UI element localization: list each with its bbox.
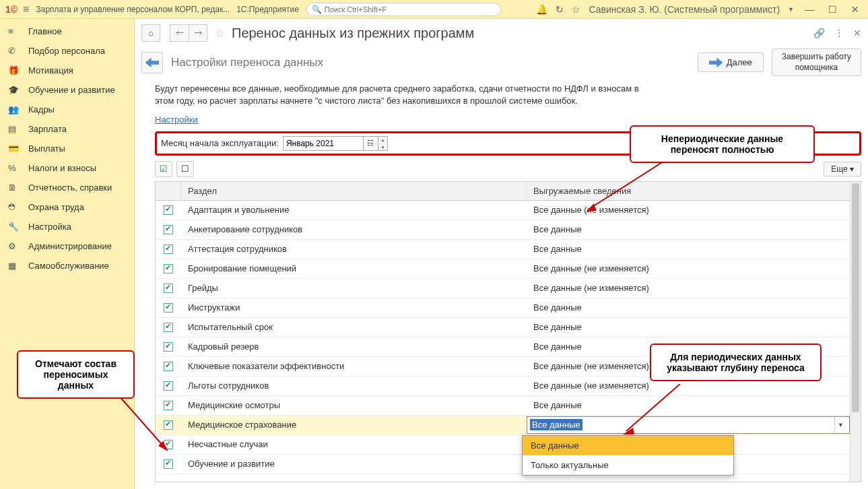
sidebar-item-5[interactable]: ▤Зарплата — [0, 119, 134, 139]
checkbox-icon[interactable] — [164, 401, 173, 410]
user-name[interactable]: Савинская З. Ю. (Системный программист) — [589, 4, 780, 15]
cell-check[interactable] — [156, 459, 181, 469]
cell-section[interactable]: Анкетирование сотрудников — [181, 224, 527, 234]
sidebar-item-1[interactable]: ✆Подбор персонала — [0, 41, 134, 61]
kebab-icon[interactable]: ⋮ — [834, 28, 844, 38]
cell-section[interactable]: Медицинские осмотры — [181, 400, 527, 410]
more-button[interactable]: Еще ▾ — [824, 162, 861, 176]
dropdown-toggle[interactable]: ▼ — [834, 417, 846, 433]
cell-check[interactable] — [156, 420, 181, 430]
nav-back-button[interactable]: 🡐 — [170, 24, 189, 42]
cell-export[interactable]: Все данные — [527, 302, 850, 313]
cell-check[interactable] — [156, 323, 181, 332]
cell-section[interactable]: Льготы сотрудников — [181, 381, 527, 391]
checkbox-icon[interactable] — [164, 459, 173, 469]
dropdown-icon[interactable]: ▼ — [788, 6, 794, 13]
cell-export[interactable]: Все данные — [527, 244, 850, 254]
month-input[interactable] — [283, 136, 364, 151]
cell-section[interactable]: Медицинское страхование — [181, 420, 527, 430]
next-button[interactable]: Далее — [698, 53, 764, 72]
cell-section[interactable]: Инструктажи — [181, 302, 527, 313]
cell-check[interactable] — [156, 362, 181, 371]
cell-check[interactable] — [156, 303, 181, 313]
table-row[interactable]: Адаптация и увольнениеВсе данные (не изм… — [156, 201, 850, 220]
checkbox-icon[interactable] — [164, 420, 173, 430]
cell-export-active[interactable]: Все данные▼ — [527, 416, 850, 434]
checkbox-icon[interactable] — [164, 381, 173, 391]
link-icon[interactable]: 🔗 — [813, 28, 825, 38]
table-row[interactable]: ГрейдыВсе данные (не изменяется) — [156, 279, 850, 298]
checkbox-icon[interactable] — [164, 244, 173, 254]
check-all-button[interactable]: ☑ — [155, 161, 172, 177]
maximize-button[interactable]: ☐ — [825, 3, 840, 15]
table-row[interactable]: Медицинские осмотрыВсе данные — [156, 396, 850, 416]
sidebar-item-10[interactable]: 🔧Настройка — [0, 217, 134, 236]
sidebar-item-9[interactable]: ⛑Охрана труда — [0, 197, 134, 217]
cell-section[interactable]: Несчастные случаи — [181, 439, 527, 449]
cell-export[interactable]: Все данные (не изменяется) — [527, 283, 850, 293]
sidebar-item-7[interactable]: %Налоги и взносы — [0, 158, 134, 178]
bell-icon[interactable]: 🔔 — [536, 4, 547, 15]
sidebar-item-4[interactable]: 👥Кадры — [0, 100, 134, 119]
close-button[interactable]: ✕ — [848, 3, 863, 15]
checkbox-icon[interactable] — [164, 303, 173, 313]
cell-check[interactable] — [156, 284, 181, 293]
home-button[interactable]: ⌂ — [141, 24, 160, 42]
search-input[interactable] — [325, 5, 495, 13]
search-box[interactable]: 🔍 — [306, 3, 501, 16]
sidebar-item-2[interactable]: 🎁Мотивация — [0, 61, 134, 80]
cell-export[interactable]: Все данные — [527, 322, 850, 332]
uncheck-all-button[interactable]: ☐ — [176, 161, 194, 177]
checkbox-icon[interactable] — [164, 440, 173, 449]
dropdown-option-all[interactable]: Все данные — [523, 436, 733, 455]
sidebar-item-11[interactable]: ⚙Администрирование — [0, 236, 134, 256]
sidebar-item-3[interactable]: 🎓Обучение и развитие — [0, 80, 134, 100]
cell-check[interactable] — [156, 342, 181, 352]
month-spinner[interactable]: ▲▼ — [378, 136, 388, 151]
cell-export[interactable]: Все данные (не изменяется) — [527, 263, 850, 273]
cell-check[interactable] — [156, 264, 181, 273]
cell-check[interactable] — [156, 401, 181, 410]
wizard-back-button[interactable] — [141, 52, 163, 73]
nav-forward-button[interactable]: 🡒 — [189, 24, 207, 42]
close-tab-icon[interactable]: ✕ — [853, 28, 861, 38]
table-row[interactable]: Бронирование помещенийВсе данные (не изм… — [156, 259, 850, 279]
finish-button[interactable]: Завершить работу помощника — [772, 48, 861, 76]
cell-export[interactable]: Все данные (не изменяется) — [527, 205, 850, 215]
checkbox-icon[interactable] — [164, 362, 173, 371]
cell-check[interactable] — [156, 244, 181, 254]
cell-section[interactable]: Ключевые показатели эффективности — [181, 361, 527, 371]
sidebar-item-8[interactable]: 🗎Отчетность, справки — [0, 178, 134, 197]
cell-check[interactable] — [156, 440, 181, 449]
minimize-button[interactable]: — — [802, 3, 817, 15]
star-icon[interactable]: ☆ — [572, 4, 580, 15]
table-row[interactable]: Несчастные случаиВсе данные — [156, 435, 850, 455]
history-icon[interactable]: ↻ — [556, 4, 564, 15]
cell-export[interactable]: Все данные — [527, 400, 850, 410]
cell-section[interactable]: Грейды — [181, 283, 527, 293]
burger-icon[interactable]: ≡ — [23, 3, 29, 15]
cell-export[interactable]: Все данные — [527, 224, 850, 234]
sidebar-item-0[interactable]: ≡Главное — [0, 22, 134, 41]
table-row[interactable]: Медицинское страхованиеВсе данные▼ — [156, 416, 850, 435]
calendar-button[interactable]: ☷ — [364, 136, 378, 151]
settings-link[interactable]: Настройки — [155, 115, 861, 125]
table-scrollbar[interactable] — [850, 182, 861, 482]
cell-check[interactable] — [156, 225, 181, 234]
cell-check[interactable] — [156, 381, 181, 391]
table-row[interactable]: Обучение и развитиеВсе данные — [156, 455, 850, 474]
checkbox-icon[interactable] — [164, 264, 173, 273]
cell-section[interactable]: Обучение и развитие — [181, 459, 527, 469]
dropdown-option-actual[interactable]: Только актуальные — [523, 455, 733, 475]
table-row[interactable]: Аттестация сотрудниковВсе данные — [156, 240, 850, 259]
table-row[interactable]: Испытательный срокВсе данные — [156, 318, 850, 337]
checkbox-icon[interactable] — [164, 225, 173, 234]
cell-check[interactable] — [156, 205, 181, 215]
table-row[interactable]: Анкетирование сотрудниковВсе данные — [156, 220, 850, 240]
cell-section[interactable]: Аттестация сотрудников — [181, 244, 527, 254]
checkbox-icon[interactable] — [164, 342, 173, 352]
favorite-star-icon[interactable]: ☆ — [214, 26, 225, 40]
checkbox-icon[interactable] — [164, 284, 173, 293]
checkbox-icon[interactable] — [164, 323, 173, 332]
cell-section[interactable]: Бронирование помещений — [181, 263, 527, 273]
